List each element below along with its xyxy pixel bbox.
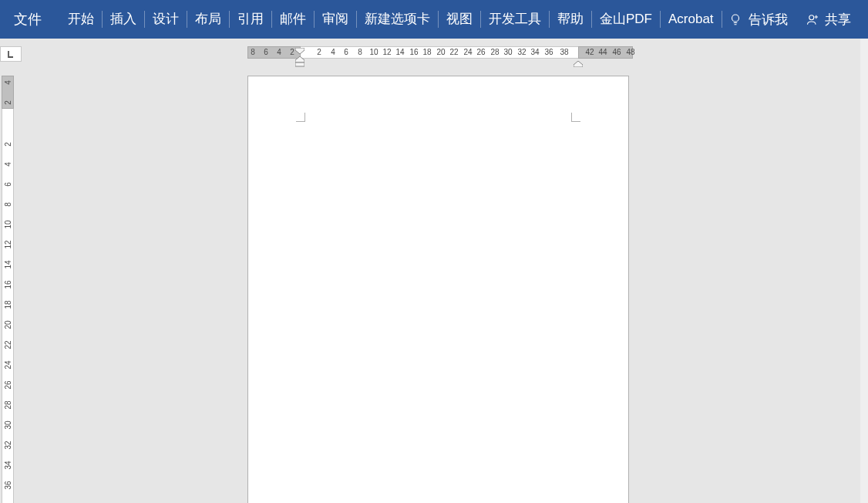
lightbulb-icon — [728, 12, 742, 26]
vruler-num: 2 — [4, 97, 12, 108]
tab-home[interactable]: 开始 — [60, 0, 102, 39]
hruler-num: 6 — [264, 47, 268, 58]
hruler-num: 28 — [490, 47, 499, 58]
workspace: 8 6 4 2 2 4 6 8 10 12 14 16 18 20 22 24 … — [0, 39, 868, 503]
hruler-num: 44 — [598, 47, 607, 58]
hruler-num: 24 — [463, 47, 472, 58]
hruler-num: 46 — [612, 47, 621, 58]
tab-view[interactable]: 视图 — [439, 0, 480, 39]
tab-mailings[interactable]: 邮件 — [272, 0, 314, 39]
vruler-num: 12 — [4, 239, 12, 250]
vruler-num: 30 — [4, 420, 12, 430]
svg-marker-3 — [295, 56, 304, 62]
vruler-num: 24 — [4, 360, 12, 370]
vertical-ruler[interactable]: 4 2 2 4 6 8 10 12 14 16 18 20 22 24 26 2… — [0, 76, 15, 503]
margin-corner-top-right — [571, 113, 580, 122]
vruler-num: 8 — [4, 199, 12, 210]
tab-help[interactable]: 帮助 — [550, 0, 591, 39]
vruler-num: 20 — [4, 319, 12, 330]
tab-kingsoft-pdf[interactable]: 金山PDF — [592, 0, 660, 39]
hruler-num: 12 — [382, 47, 391, 58]
hruler-num: 14 — [395, 47, 404, 58]
hruler-num: 36 — [544, 47, 553, 58]
vruler-num: 4 — [4, 159, 12, 170]
vruler-num: 18 — [4, 299, 12, 310]
first-line-indent-marker[interactable] — [295, 43, 304, 49]
svg-marker-5 — [574, 61, 583, 67]
share-label: 共享 — [825, 11, 851, 29]
hruler-num: 26 — [476, 47, 485, 58]
vruler-num: 22 — [4, 339, 12, 350]
svg-marker-2 — [295, 48, 304, 54]
vruler-num: 16 — [4, 279, 12, 290]
hruler-num: 16 — [409, 47, 418, 58]
vruler-num: 26 — [4, 380, 12, 390]
tab-review[interactable]: 审阅 — [315, 0, 356, 39]
hruler-num: 4 — [277, 47, 281, 58]
tell-me[interactable]: 告诉我 — [722, 0, 794, 39]
hruler-num: 20 — [436, 47, 445, 58]
hruler-num: 34 — [530, 47, 539, 58]
svg-point-1 — [809, 15, 814, 20]
tab-layout[interactable]: 布局 — [187, 0, 229, 39]
vruler-track: 4 2 2 4 6 8 10 12 14 16 18 20 22 24 26 2… — [2, 76, 14, 503]
tabstop-l-icon — [7, 50, 15, 58]
hruler-num: 2 — [290, 47, 294, 58]
hruler-num: 8 — [358, 47, 362, 58]
hruler-num: 6 — [344, 47, 348, 58]
tab-insert[interactable]: 插入 — [103, 0, 144, 39]
tab-references[interactable]: 引用 — [230, 0, 271, 39]
hruler-num: 32 — [517, 47, 526, 58]
vruler-num: 36 — [4, 480, 12, 491]
ribbon-tabs: 文件 开始 插入 设计 布局 引用 邮件 审阅 新建选项卡 视图 开发工具 帮助… — [0, 0, 868, 39]
hanging-indent-marker[interactable] — [295, 56, 304, 67]
tab-developer[interactable]: 开发工具 — [481, 0, 549, 39]
hruler-num: 8 — [251, 47, 255, 58]
vertical-scrollbar[interactable] — [860, 39, 868, 503]
hruler-num: 48 — [626, 47, 634, 58]
document-page[interactable] — [247, 76, 629, 503]
tab-new-tab[interactable]: 新建选项卡 — [357, 0, 438, 39]
right-indent-marker[interactable] — [574, 56, 583, 62]
horizontal-ruler[interactable]: 8 6 4 2 2 4 6 8 10 12 14 16 18 20 22 24 … — [247, 46, 633, 62]
hruler-num: 42 — [585, 47, 594, 58]
vruler-num: 34 — [4, 460, 12, 471]
hruler-num: 18 — [422, 47, 431, 58]
svg-rect-4 — [295, 62, 304, 66]
vruler-num: 4 — [4, 77, 12, 88]
svg-point-0 — [732, 15, 738, 22]
tab-stop-selector[interactable] — [0, 46, 22, 62]
hruler-num: 10 — [369, 47, 378, 58]
vruler-num: 2 — [4, 139, 12, 150]
vruler-num: 6 — [4, 179, 12, 190]
vruler-num: 10 — [4, 219, 12, 230]
hruler-num: 22 — [449, 47, 458, 58]
hruler-num: 30 — [503, 47, 512, 58]
hruler-num: 2 — [317, 47, 321, 58]
tab-design[interactable]: 设计 — [145, 0, 187, 39]
vruler-num: 14 — [4, 259, 12, 270]
vruler-num: 28 — [4, 400, 12, 410]
margin-corner-top-left — [296, 113, 305, 122]
tab-file[interactable]: 文件 — [0, 0, 56, 39]
hruler-num: 38 — [560, 47, 568, 58]
share-button[interactable]: 共享 — [799, 0, 859, 39]
tell-me-label: 告诉我 — [749, 11, 788, 29]
tab-acrobat[interactable]: Acrobat — [661, 0, 722, 39]
hruler-num: 4 — [331, 47, 335, 58]
share-icon — [806, 12, 820, 26]
vruler-num: 32 — [4, 440, 12, 451]
